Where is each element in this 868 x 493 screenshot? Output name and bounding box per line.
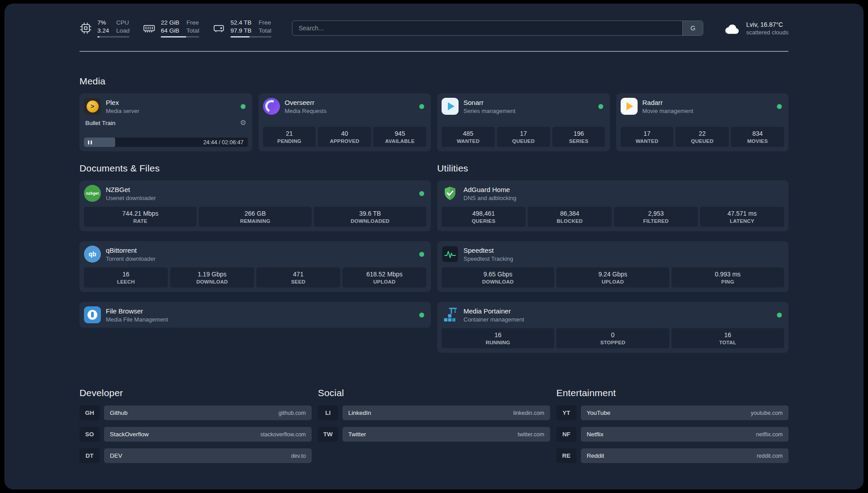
bookmark-twitter[interactable]: TW Twitter twitter.com	[318, 427, 550, 442]
bookmark-pill: Reddit reddit.com	[581, 448, 789, 463]
service-card-speedtest[interactable]: Speedtest Speedtest Tracking 9.65 Gbps D…	[437, 241, 789, 292]
service-card-plex[interactable]: > Plex Media server Bullet Train ⚙	[79, 93, 252, 151]
top-bar: 7% CPU 3.24 Load 22 GiB Free 64 GiB Tota…	[79, 19, 789, 38]
section-media: Media > Plex Media server	[79, 76, 789, 151]
status-dot	[777, 313, 782, 318]
memory-stats: 22 GiB Free 64 GiB Total	[161, 19, 199, 38]
bookmark-abbr: YT	[556, 405, 576, 420]
bookmark-dev[interactable]: DT DEV dev.to	[79, 448, 312, 463]
status-dot	[241, 104, 246, 109]
disk-stats: 52.4 TB Free 97.9 TB Total	[230, 19, 271, 38]
service-desc: DNS and adblocking	[463, 195, 517, 201]
service-desc: Movie management	[643, 108, 693, 114]
stat-wanted: 485 WANTED	[442, 127, 495, 147]
bookmark-pill: YouTube youtube.com	[581, 405, 789, 420]
service-card-qbittorrent[interactable]: qb qBittorrent Torrent downloader 16 LEE…	[79, 241, 431, 292]
stat-queued: 22 QUEUED	[676, 127, 729, 147]
stat-stopped: 0 STOPPED	[556, 328, 669, 348]
card-header: AdGuard Home DNS and adblocking	[442, 185, 784, 202]
bookmark-youtube[interactable]: YT YouTube youtube.com	[556, 405, 789, 420]
playback-progress-bar[interactable]: 24:44 / 02:06:47	[84, 138, 248, 147]
nzbget-icon: nzbget	[84, 185, 101, 202]
stat-downloaded: 39.6 TB DOWNLOADED	[314, 207, 426, 227]
bookmark-pill: Netflix netflix.com	[581, 427, 789, 442]
bookmark-reddit[interactable]: RE Reddit reddit.com	[556, 448, 789, 463]
search-bar: G	[292, 21, 704, 36]
stat-rate: 744.21 Mbps RATE	[84, 207, 196, 227]
bookmark-netflix[interactable]: NF Netflix netflix.com	[556, 427, 789, 442]
service-name: Media Portainer	[463, 307, 524, 315]
bookmark-pill: StackOverflow stackoverflow.com	[104, 427, 312, 442]
disk-icon	[213, 22, 225, 34]
cpu-widget: 7% CPU 3.24 Load	[79, 19, 129, 38]
service-card-nzbget[interactable]: nzbget NZBGet Usenet downloader 744.21 M…	[79, 180, 431, 231]
service-card-portainer[interactable]: Media Portainer Container management 16 …	[437, 302, 789, 353]
bookmark-stackoverflow[interactable]: SO StackOverflow stackoverflow.com	[79, 427, 312, 442]
section-documents: Documents & Files nzbget NZBGet Usenet d…	[79, 163, 431, 363]
stat-upload: 9.24 Gbps UPLOAD	[556, 267, 669, 288]
service-card-filebrowser[interactable]: File Browser Media File Management	[79, 302, 431, 328]
search-input[interactable]	[292, 21, 683, 35]
overseerr-icon	[263, 98, 280, 115]
disk-usage-bar	[230, 36, 271, 38]
service-name: Radarr	[643, 99, 693, 107]
cpu-percent: 7%	[97, 19, 109, 27]
card-header: Media Portainer Container management	[442, 306, 784, 323]
disk-total-label: Total	[259, 27, 271, 35]
card-header: qb qBittorrent Torrent downloader	[84, 246, 426, 263]
service-card-sonarr[interactable]: Sonarr Series management 485 WANTED 17 Q…	[437, 93, 610, 151]
service-name: qBittorrent	[106, 246, 155, 255]
media-card-row: > Plex Media server Bullet Train ⚙	[79, 93, 789, 151]
section-title-social: Social	[318, 388, 550, 398]
playback-time: 24:44 / 02:06:47	[203, 139, 243, 146]
gear-icon[interactable]: ⚙	[240, 119, 246, 126]
status-dot	[419, 191, 424, 196]
service-name: Speedtest	[463, 246, 513, 255]
search-provider-button[interactable]: G	[682, 21, 703, 35]
now-playing-title: Bullet Train	[85, 120, 116, 126]
memory-icon	[143, 22, 155, 34]
stat-latency: 47.571 ms LATENCY	[700, 207, 784, 227]
main-content: Media > Plex Media server	[4, 76, 864, 470]
stat-running: 16 RUNNING	[442, 328, 554, 348]
disk-widget: 52.4 TB Free 97.9 TB Total	[213, 19, 271, 38]
section-title-documents: Documents & Files	[79, 163, 431, 174]
cpu-stats: 7% CPU 3.24 Load	[97, 19, 129, 38]
section-title-media: Media	[79, 76, 789, 87]
service-card-overseerr[interactable]: Overseerr Media Requests 21 PENDING 40 A…	[259, 93, 431, 151]
service-card-adguard[interactable]: AdGuard Home DNS and adblocking 498,461 …	[437, 180, 789, 231]
card-header: nzbget NZBGet Usenet downloader	[84, 185, 426, 202]
section-title-utilities: Utilities	[437, 163, 789, 174]
card-header: Radarr Movie management	[621, 98, 785, 115]
disk-free-label: Free	[259, 19, 271, 27]
bookmark-linkedin[interactable]: LI LinkedIn linkedin.com	[318, 405, 550, 420]
stat-remaining: 266 GB REMAINING	[199, 207, 311, 227]
service-desc: Container management	[463, 316, 524, 323]
status-dot	[598, 104, 603, 109]
bookmark-abbr: DT	[79, 448, 100, 463]
disk-free-value: 52.4 TB	[230, 19, 251, 27]
service-name: Overseerr	[285, 99, 327, 107]
pause-icon[interactable]	[88, 140, 92, 144]
stat-available: 945 AVAILABLE	[373, 127, 426, 147]
filebrowser-icon	[84, 306, 101, 323]
stat-leech: 16 LEECH	[84, 267, 168, 288]
stat-upload: 618.52 Mbps UPLOAD	[342, 267, 426, 288]
card-header: Overseerr Media Requests	[263, 98, 427, 115]
service-name: Sonarr	[463, 99, 515, 107]
card-header: > Plex Media server	[84, 98, 248, 115]
section-title-entertainment: Entertainment	[556, 388, 789, 398]
weather-condition: scattered clouds	[746, 29, 789, 36]
section-developer: Developer GH Github github.com SO StackO…	[79, 388, 312, 470]
bookmarks-area: Developer GH Github github.com SO StackO…	[79, 388, 789, 470]
bookmark-github[interactable]: GH Github github.com	[79, 405, 312, 420]
memory-free-value: 22 GiB	[161, 19, 179, 27]
bookmark-pill: DEV dev.to	[104, 448, 312, 463]
memory-widget: 22 GiB Free 64 GiB Total	[143, 19, 199, 38]
service-desc: Speedtest Tracking	[463, 255, 513, 262]
service-name: File Browser	[106, 307, 168, 315]
stats-row: 485 WANTED 17 QUEUED 196 SERIES	[442, 127, 605, 147]
service-card-radarr[interactable]: Radarr Movie management 17 WANTED 22 QUE…	[616, 93, 789, 151]
stat-series: 196 SERIES	[552, 127, 605, 147]
service-desc: Series management	[463, 108, 515, 114]
